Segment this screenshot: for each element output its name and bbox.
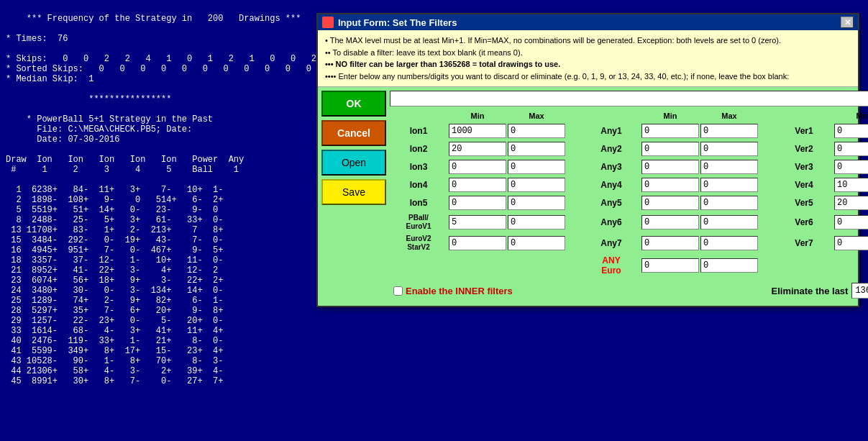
- any7-min[interactable]: [641, 236, 699, 250]
- filter-headers: Min Max Min Max Min Max: [390, 112, 868, 120]
- enable-inner-text: Enable the INNER filters: [406, 286, 513, 296]
- bottom-row: Enable the INNER filters Eliminate the l…: [390, 279, 868, 302]
- header-ion-max: Max: [508, 112, 565, 120]
- close-button[interactable]: ✕: [841, 17, 854, 28]
- anyeuro-label: ANYEuro: [583, 255, 640, 276]
- any6-label: Any6: [583, 217, 640, 227]
- ver3-label: Ver3: [775, 162, 833, 172]
- any4-max[interactable]: [700, 178, 758, 192]
- filter-row-ion5: Ion5 Any5 Ver5: [390, 196, 868, 210]
- ver6-min[interactable]: [834, 215, 868, 229]
- header-ion-min: Min: [449, 112, 506, 120]
- filter-dialog: Input Form: Set The Filters ✕ • The MAX …: [316, 13, 859, 307]
- ver7-min[interactable]: [834, 236, 868, 250]
- ver4-label: Ver4: [775, 180, 833, 190]
- any1-label: Any1: [583, 126, 640, 136]
- any3-label: Any3: [583, 162, 640, 172]
- instruction-2: •• To disable a filter: leave its text b…: [325, 47, 851, 59]
- ion5-max[interactable]: [508, 196, 565, 210]
- ion4-min[interactable]: [449, 178, 506, 192]
- discard-row: [390, 91, 868, 106]
- ver2-label: Ver2: [775, 144, 833, 154]
- instruction-3: ••• NO filter can be larger than 1365268…: [325, 58, 851, 71]
- any4-min[interactable]: [641, 178, 699, 192]
- main-content: OK Cancel Open Save Min Max: [318, 87, 858, 306]
- discard-input[interactable]: [390, 91, 868, 106]
- ver5-label: Ver5: [775, 198, 833, 208]
- instruction-4: •••• Enter below any numbers/digits you …: [325, 71, 851, 83]
- any1-max[interactable]: [700, 124, 758, 138]
- ion1-label: Ion1: [390, 126, 447, 136]
- title-bar-left: Input Form: Set The Filters: [322, 17, 457, 28]
- any6-min[interactable]: [641, 215, 699, 229]
- pball-max[interactable]: [508, 215, 565, 229]
- modal-overlay: Input Form: Set The Filters ✕ • The MAX …: [0, 0, 868, 441]
- ver6-label: Ver6: [775, 217, 833, 227]
- ver4-min[interactable]: [834, 178, 868, 192]
- side-buttons: OK Cancel Open Save: [321, 91, 386, 302]
- ion5-label: Ion5: [390, 198, 447, 208]
- ion2-min[interactable]: [449, 142, 506, 156]
- any2-min[interactable]: [641, 142, 699, 156]
- ion3-min[interactable]: [449, 160, 506, 174]
- ver5-min[interactable]: [834, 196, 868, 210]
- ok-button[interactable]: OK: [321, 91, 386, 117]
- filter-row-anyeuro: ANYEuro: [390, 255, 868, 276]
- header-any-max: Max: [700, 112, 758, 120]
- any2-label: Any2: [583, 144, 640, 154]
- filter-row-ion4: Ion4 Any4 Ver4: [390, 178, 868, 192]
- any5-label: Any5: [583, 198, 640, 208]
- save-button[interactable]: Save: [321, 179, 386, 205]
- anyeuro-min[interactable]: [641, 258, 699, 273]
- filter-area: Min Max Min Max Min Max Ion1: [390, 91, 868, 302]
- any7-label: Any7: [583, 238, 640, 248]
- enable-inner-checkbox[interactable]: [393, 286, 403, 296]
- eurov2-label: EuroV2StarV2: [390, 235, 447, 252]
- ion4-label: Ion4: [390, 180, 447, 190]
- any7-max[interactable]: [700, 236, 758, 250]
- filter-row-ion3: Ion3 Any3 Ver3: [390, 160, 868, 174]
- any5-max[interactable]: [700, 196, 758, 210]
- any5-min[interactable]: [641, 196, 699, 210]
- eurov2-min[interactable]: [449, 236, 506, 250]
- title-bar: Input Form: Set The Filters ✕: [318, 14, 858, 30]
- any4-label: Any4: [583, 180, 640, 190]
- pball-min[interactable]: [449, 215, 506, 229]
- ion5-min[interactable]: [449, 196, 506, 210]
- header-ver-min: Min: [834, 112, 868, 120]
- ion3-max[interactable]: [508, 160, 565, 174]
- ion1-min[interactable]: [449, 124, 506, 138]
- filter-row-ion2: Ion2 Any2 Ver2: [390, 142, 868, 156]
- eliminate-label: Eliminate the last: [772, 286, 849, 296]
- dialog-title: Input Form: Set The Filters: [338, 17, 457, 28]
- ver3-min[interactable]: [834, 160, 868, 174]
- dialog-icon: [322, 17, 334, 28]
- ver1-label: Ver1: [775, 126, 833, 136]
- enable-inner-label: Enable the INNER filters: [393, 286, 513, 296]
- ver1-min[interactable]: [834, 124, 868, 138]
- filter-row-pball: PBall/EuroV1 Any6 Ver6: [390, 214, 868, 231]
- pball-label: PBall/EuroV1: [390, 214, 447, 231]
- any3-max[interactable]: [700, 160, 758, 174]
- instruction-1: • The MAX level must be at least Min+1. …: [325, 35, 851, 47]
- anyeuro-max[interactable]: [700, 258, 758, 273]
- ion1-max[interactable]: [508, 124, 565, 138]
- eurov2-max[interactable]: [508, 236, 565, 250]
- ion2-max[interactable]: [508, 142, 565, 156]
- filter-row-ion1: Ion1 Any1 Ver1: [390, 124, 868, 138]
- any6-max[interactable]: [700, 215, 758, 229]
- instructions-panel: • The MAX level must be at least Min+1. …: [318, 30, 858, 87]
- eliminate-input[interactable]: [851, 283, 868, 299]
- cancel-button[interactable]: Cancel: [321, 120, 386, 146]
- header-any-min: Min: [641, 112, 699, 120]
- ion3-label: Ion3: [390, 162, 447, 172]
- ver2-min[interactable]: [834, 142, 868, 156]
- ver7-label: Ver7: [775, 238, 833, 248]
- any3-min[interactable]: [641, 160, 699, 174]
- eliminate-section: Eliminate the last draws: [772, 283, 869, 299]
- ion4-max[interactable]: [508, 178, 565, 192]
- open-button[interactable]: Open: [321, 150, 386, 176]
- any1-min[interactable]: [641, 124, 699, 138]
- ion2-label: Ion2: [390, 144, 447, 154]
- any2-max[interactable]: [700, 142, 758, 156]
